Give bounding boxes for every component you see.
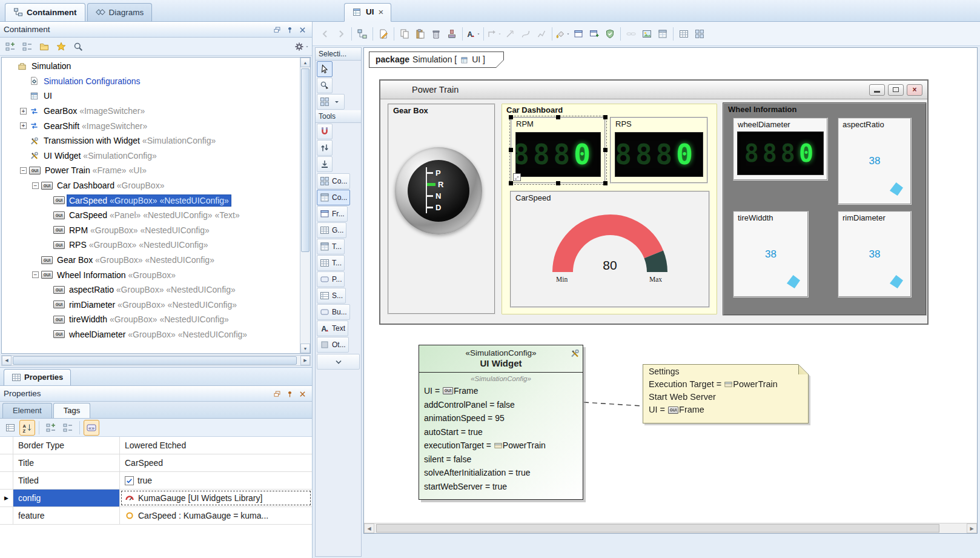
diagram-frame-header[interactable]: package Simulation [ UI ] <box>369 51 504 68</box>
tree-item-carspeed-9[interactable]: GUICarSpeed «GroupBox» «NestedUIConfig» <box>2 193 300 208</box>
standard-mode-button[interactable] <box>2 420 18 436</box>
palette-insert-button[interactable] <box>317 156 333 172</box>
property-value[interactable]: Lowered Etched <box>120 437 312 454</box>
delete-button[interactable] <box>428 26 444 42</box>
tree-item-wheel-information-14[interactable]: −GUIWheel Information «GroupBox» <box>2 267 300 282</box>
tree-item-rpm-11[interactable]: GUIRPM «GroupBox» «NestedUIConfig» <box>2 223 300 238</box>
palette-zoom-select-button[interactable] <box>317 78 333 93</box>
scroll-right-button[interactable]: ▶ <box>300 356 310 365</box>
collapse-icon[interactable]: − <box>32 271 39 278</box>
tirewiddth-box[interactable]: tireWiddth 38 <box>733 211 809 297</box>
close-panel-button[interactable] <box>297 24 308 35</box>
carspeed-groupbox[interactable]: CarSpeed 80 Min Max <box>510 191 710 308</box>
link-with-editor-button[interactable] <box>2 39 18 55</box>
tree-item-simulation-configurations-1[interactable]: Simulation Configurations <box>2 74 300 89</box>
palette-section-9-text[interactable]: AText <box>317 321 348 336</box>
new-frame-button[interactable] <box>571 26 586 42</box>
palette-grid-layout-button[interactable] <box>317 94 345 110</box>
collapse-icon[interactable]: − <box>32 182 39 189</box>
wheel-information-groupbox[interactable]: Wheel Information wheelDiameter 8880 asp… <box>723 102 927 316</box>
rpm-display[interactable]: 8880 <box>515 132 601 177</box>
layout-diagram-button[interactable] <box>692 26 707 42</box>
palette-selection-button[interactable] <box>317 61 333 77</box>
tree-item-car-dashboard-8[interactable]: −GUICar Dashboard «GroupBox» <box>2 178 300 193</box>
palette-section-6-p[interactable]: P... <box>317 271 345 287</box>
palette-section-5-t[interactable]: T... <box>317 255 345 271</box>
expand-all-button[interactable] <box>43 420 59 436</box>
quick-find-button[interactable] <box>70 39 86 55</box>
subtab-tags[interactable]: Tags <box>53 403 90 418</box>
collapse-icon[interactable]: − <box>20 167 27 174</box>
settings-note[interactable]: Settings Execution Target = PowerTrainSt… <box>643 364 809 423</box>
pin-panel-button[interactable] <box>284 24 296 35</box>
favorites-button[interactable] <box>53 39 69 55</box>
close-button[interactable]: × <box>907 84 922 96</box>
diagram-tab-ui[interactable]: UI × <box>344 3 391 22</box>
property-value[interactable]: CarSpeed <box>120 454 312 471</box>
tree-item-rimdiameter-16[interactable]: GUIrimDiameter «GroupBox» «NestedUIConfi… <box>2 297 300 313</box>
tab-diagrams[interactable]: Diagrams <box>87 3 153 21</box>
palette-scroll-more-button[interactable] <box>317 354 360 370</box>
property-row-title[interactable]: TitleCarSpeed <box>0 454 312 472</box>
path-spline-button[interactable] <box>534 26 549 42</box>
palette-sticky-button[interactable] <box>317 124 333 139</box>
sort-alphabetically-button[interactable]: AZ <box>19 420 35 436</box>
collapse-all-button[interactable] <box>60 420 76 436</box>
property-row-feature[interactable]: featureCarSpeed : KumaGauge = kuma... <box>0 507 312 525</box>
palette-section-3-g[interactable]: G... <box>317 222 346 238</box>
property-row-config[interactable]: ▶configKumaGauge [UI Widgets Library] <box>0 490 312 507</box>
validation-button[interactable] <box>602 26 618 42</box>
tree-vertical-scrollbar[interactable]: ▲ ▼ <box>300 58 310 353</box>
navigate-back-button[interactable] <box>317 26 333 42</box>
expand-icon[interactable]: + <box>20 108 27 115</box>
close-panel-button[interactable] <box>297 388 308 399</box>
tree-item-rps-12[interactable]: GUIRPS «GroupBox» «NestedUIConfig» <box>2 237 300 253</box>
hyperlink-button[interactable] <box>623 26 639 42</box>
tree-options-button[interactable] <box>294 39 310 55</box>
tree-item-gear-box-13[interactable]: GUIGear Box «GroupBox» «NestedUIConfig» <box>2 253 300 268</box>
subtab-element[interactable]: Element <box>2 403 52 418</box>
property-value[interactable]: true <box>120 472 312 489</box>
insert-image-button[interactable] <box>639 26 655 42</box>
scroll-left-button[interactable]: ◀ <box>364 523 374 533</box>
gear-shifter[interactable]: PRND <box>395 147 482 234</box>
float-panel-button[interactable] <box>271 388 283 399</box>
path-oblique-button[interactable] <box>502 26 518 42</box>
show-grid-button[interactable] <box>676 26 692 42</box>
aspectratio-box[interactable]: aspectRatio 38 <box>838 118 912 205</box>
palette-tools-header[interactable]: Tools <box>316 110 361 123</box>
uiwidget-class[interactable]: «SimulationConfig» UI Widget «Simulation… <box>419 345 583 500</box>
powertrain-titlebar[interactable]: Power Train × <box>380 81 927 99</box>
scrollbar-thumb[interactable] <box>301 68 310 252</box>
tree-item-ui-widget-6[interactable]: UI Widget «SimulationConfig» <box>2 148 300 164</box>
diagram-properties-button[interactable] <box>376 26 391 42</box>
palette-section-2-fr[interactable]: Fr... <box>317 206 348 222</box>
paste-button[interactable] <box>412 26 428 42</box>
scroll-down-button[interactable]: ▼ <box>300 344 310 353</box>
text-style-button[interactable]: A <box>465 26 481 42</box>
rpm-groupbox[interactable]: RPM 8880 <box>511 117 606 184</box>
palette-section-4-t[interactable]: T... <box>317 239 345 254</box>
float-panel-button[interactable] <box>271 24 283 35</box>
palette-section-7-s[interactable]: S... <box>317 288 346 304</box>
tab-properties[interactable]: Properties <box>4 369 71 385</box>
wheeldiameter-display[interactable]: 8880 <box>737 131 824 175</box>
checkbox-checked-icon[interactable] <box>125 476 134 485</box>
scroll-right-button[interactable]: ▶ <box>967 523 977 533</box>
show-stereotypes-button[interactable]: «» <box>84 420 99 436</box>
rps-groupbox[interactable]: RPS 8880 <box>610 117 708 184</box>
show-window-button[interactable] <box>655 26 670 42</box>
open-in-new-tree-button[interactable] <box>36 39 52 55</box>
copy-button[interactable] <box>397 26 412 42</box>
fill-color-button[interactable] <box>555 26 571 42</box>
diagram-canvas[interactable]: package Simulation [ UI ] Power Train × <box>363 47 978 534</box>
palette-section-1-co[interactable]: Co... <box>317 190 350 205</box>
add-frame-button[interactable] <box>586 26 602 42</box>
pin-panel-button[interactable] <box>284 388 296 399</box>
tree-item-carspeed-10[interactable]: GUICarSpeed «Panel» «NestedUIConfig» «Te… <box>2 208 300 223</box>
tree-item-gearshift-4[interactable]: +GearShift «ImageSwitcher» <box>2 118 300 133</box>
tree-item-aspectratio-15[interactable]: GUIaspectRatio «GroupBox» «NestedUIConfi… <box>2 282 300 297</box>
tree-horizontal-scrollbar[interactable]: ◀ ▶ <box>1 355 311 366</box>
palette-section-8-bu[interactable]: Bu... <box>317 304 350 320</box>
path-rectilinear-button[interactable] <box>486 26 502 42</box>
